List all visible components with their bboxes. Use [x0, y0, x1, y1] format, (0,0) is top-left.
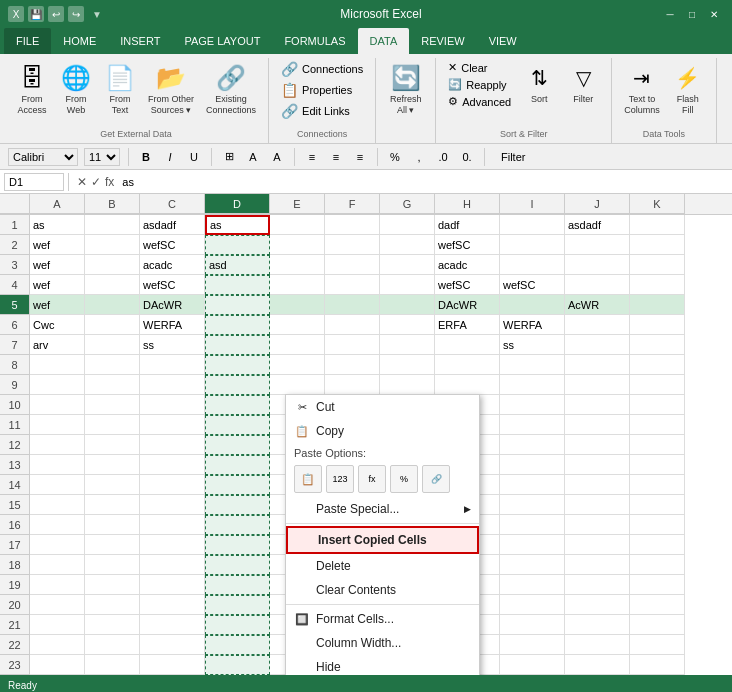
- list-item[interactable]: [630, 455, 685, 475]
- clear-button[interactable]: ✕ Clear: [444, 60, 491, 75]
- list-item[interactable]: [140, 615, 205, 635]
- col-header-K[interactable]: K: [630, 194, 685, 214]
- list-item[interactable]: [500, 295, 565, 315]
- list-item[interactable]: [565, 555, 630, 575]
- list-item[interactable]: [500, 215, 565, 235]
- list-item[interactable]: [30, 375, 85, 395]
- row-header-22[interactable]: 22: [0, 635, 30, 655]
- list-item[interactable]: [630, 655, 685, 675]
- row-header-20[interactable]: 20: [0, 595, 30, 615]
- list-item[interactable]: asd: [205, 255, 270, 275]
- clear-contents-menu-item[interactable]: Clear Contents: [286, 578, 479, 602]
- row-header-8[interactable]: 8: [0, 355, 30, 375]
- row-header-7[interactable]: 7: [0, 335, 30, 355]
- list-item[interactable]: [270, 275, 325, 295]
- paste-option-3[interactable]: fx: [358, 465, 386, 493]
- increase-decimal-button[interactable]: .0: [434, 148, 452, 166]
- list-item[interactable]: [565, 595, 630, 615]
- list-item[interactable]: [565, 575, 630, 595]
- list-item[interactable]: [565, 275, 630, 295]
- list-item[interactable]: [565, 355, 630, 375]
- list-item[interactable]: [85, 435, 140, 455]
- list-item[interactable]: [140, 535, 205, 555]
- col-header-H[interactable]: H: [435, 194, 500, 214]
- tab-formulas[interactable]: FORMULAS: [272, 28, 357, 54]
- row-header-5[interactable]: 5: [0, 295, 30, 315]
- list-item[interactable]: [380, 275, 435, 295]
- list-item[interactable]: [205, 235, 270, 255]
- list-item[interactable]: [630, 435, 685, 455]
- confirm-formula-icon[interactable]: ✓: [91, 175, 101, 189]
- delete-menu-item[interactable]: Delete: [286, 554, 479, 578]
- list-item[interactable]: [30, 635, 85, 655]
- list-item[interactable]: [565, 375, 630, 395]
- col-header-E[interactable]: E: [270, 194, 325, 214]
- paste-option-4[interactable]: %: [390, 465, 418, 493]
- list-item[interactable]: wefSC: [435, 235, 500, 255]
- list-item[interactable]: as: [205, 215, 270, 235]
- list-item[interactable]: [270, 315, 325, 335]
- connections-button[interactable]: 🔗 Connections: [277, 60, 367, 78]
- list-item[interactable]: [270, 215, 325, 235]
- list-item[interactable]: as: [30, 215, 85, 235]
- row-header-10[interactable]: 10: [0, 395, 30, 415]
- row-header-17[interactable]: 17: [0, 535, 30, 555]
- list-item[interactable]: [205, 355, 270, 375]
- row-header-23[interactable]: 23: [0, 655, 30, 675]
- list-item[interactable]: [205, 595, 270, 615]
- list-item[interactable]: DAcWR: [140, 295, 205, 315]
- list-item[interactable]: [565, 315, 630, 335]
- list-item[interactable]: [85, 495, 140, 515]
- list-item[interactable]: [500, 535, 565, 555]
- list-item[interactable]: [500, 515, 565, 535]
- list-item[interactable]: wefSC: [140, 235, 205, 255]
- insert-function-icon[interactable]: fx: [105, 175, 114, 189]
- paste-option-5[interactable]: 🔗: [422, 465, 450, 493]
- list-item[interactable]: [380, 255, 435, 275]
- list-item[interactable]: [565, 255, 630, 275]
- column-width-menu-item[interactable]: Column Width...: [286, 631, 479, 655]
- list-item[interactable]: [630, 595, 685, 615]
- list-item[interactable]: [565, 515, 630, 535]
- list-item[interactable]: [325, 335, 380, 355]
- list-item[interactable]: [205, 335, 270, 355]
- list-item[interactable]: [380, 315, 435, 335]
- list-item[interactable]: [85, 215, 140, 235]
- list-item[interactable]: [435, 375, 500, 395]
- comma-button[interactable]: ,: [410, 148, 428, 166]
- insert-copied-cells-menu-item[interactable]: Insert Copied Cells: [286, 526, 479, 554]
- list-item[interactable]: WERFA: [140, 315, 205, 335]
- row-header-11[interactable]: 11: [0, 415, 30, 435]
- list-item[interactable]: DAcWR: [435, 295, 500, 315]
- align-right-button[interactable]: ≡: [351, 148, 369, 166]
- list-item[interactable]: dadf: [435, 215, 500, 235]
- list-item[interactable]: [205, 515, 270, 535]
- list-item[interactable]: [565, 475, 630, 495]
- list-item[interactable]: [565, 495, 630, 515]
- row-header-1[interactable]: 1: [0, 215, 30, 235]
- formula-input[interactable]: [118, 174, 728, 190]
- list-item[interactable]: [630, 375, 685, 395]
- border-button[interactable]: ⊞: [220, 148, 238, 166]
- list-item[interactable]: [500, 595, 565, 615]
- list-item[interactable]: [30, 395, 85, 415]
- paste-option-2[interactable]: 123: [326, 465, 354, 493]
- list-item[interactable]: wef: [30, 275, 85, 295]
- list-item[interactable]: [30, 535, 85, 555]
- list-item[interactable]: [270, 375, 325, 395]
- list-item[interactable]: [325, 255, 380, 275]
- list-item[interactable]: ERFA: [435, 315, 500, 335]
- list-item[interactable]: [140, 375, 205, 395]
- list-item[interactable]: [85, 595, 140, 615]
- list-item[interactable]: [85, 655, 140, 675]
- list-item[interactable]: [500, 235, 565, 255]
- list-item[interactable]: [140, 435, 205, 455]
- list-item[interactable]: [85, 295, 140, 315]
- list-item[interactable]: acadc: [140, 255, 205, 275]
- list-item[interactable]: [140, 635, 205, 655]
- list-item[interactable]: [85, 575, 140, 595]
- paste-special-menu-item[interactable]: Paste Special...: [286, 497, 479, 521]
- list-item[interactable]: [205, 395, 270, 415]
- list-item[interactable]: [30, 435, 85, 455]
- list-item[interactable]: [325, 235, 380, 255]
